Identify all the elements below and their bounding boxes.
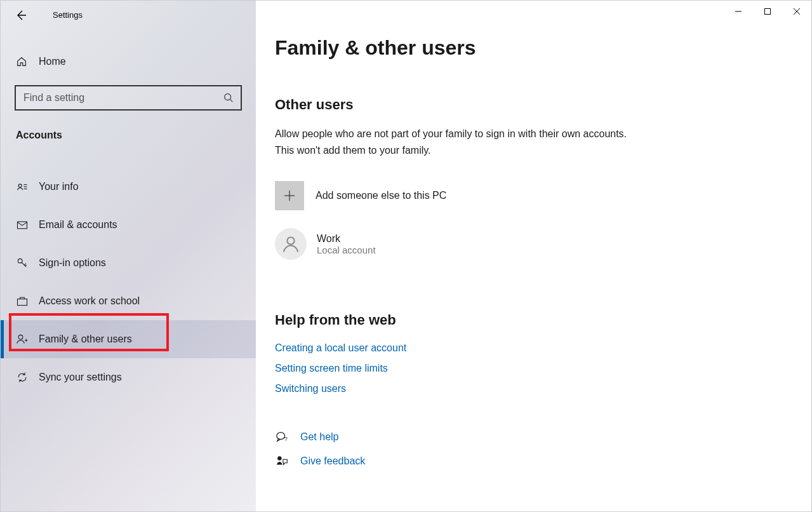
other-users-heading: Other users bbox=[275, 97, 688, 113]
plus-icon bbox=[275, 181, 304, 210]
help-link-create-local-account[interactable]: Creating a local user account bbox=[275, 342, 688, 354]
window-title: Settings bbox=[53, 10, 83, 20]
person-card-icon bbox=[16, 180, 39, 193]
home-icon bbox=[16, 56, 39, 67]
arrow-left-icon bbox=[15, 9, 27, 22]
sidebar-item-sign-in-options[interactable]: Sign-in options bbox=[1, 244, 256, 282]
svg-point-2 bbox=[18, 184, 22, 187]
sidebar-item-label: Family & other users bbox=[39, 333, 132, 345]
give-feedback-label: Give feedback bbox=[300, 455, 365, 467]
sidebar-item-sync-settings[interactable]: Sync your settings bbox=[1, 358, 256, 396]
sidebar-item-label: Sync your settings bbox=[39, 372, 122, 383]
search-input[interactable] bbox=[23, 92, 223, 104]
nav-list: Your info Email & accounts Sign-in optio… bbox=[1, 168, 256, 396]
titlebar: Settings bbox=[1, 1, 256, 29]
svg-point-9 bbox=[18, 335, 23, 339]
svg-line-1 bbox=[230, 100, 233, 102]
maximize-icon bbox=[764, 8, 771, 15]
svg-rect-8 bbox=[18, 299, 27, 306]
get-help-link[interactable]: ? Get help bbox=[275, 430, 688, 444]
sidebar-item-your-info[interactable]: Your info bbox=[1, 168, 256, 206]
help-link-screen-time[interactable]: Setting screen time limits bbox=[275, 363, 688, 374]
back-button[interactable] bbox=[15, 9, 27, 22]
close-icon bbox=[793, 8, 801, 15]
sidebar-section-label: Accounts bbox=[16, 130, 256, 141]
user-text: Work Local account bbox=[317, 233, 376, 255]
add-user-label: Add someone else to this PC bbox=[316, 190, 446, 201]
give-feedback-link[interactable]: Give feedback bbox=[275, 454, 688, 468]
svg-text:?: ? bbox=[284, 436, 288, 442]
add-user-button[interactable]: Add someone else to this PC bbox=[275, 181, 688, 210]
sidebar-item-access-work-school[interactable]: Access work or school bbox=[1, 282, 256, 320]
sync-icon bbox=[16, 371, 39, 384]
svg-point-16 bbox=[287, 238, 294, 245]
user-name: Work bbox=[317, 233, 376, 245]
minimize-icon bbox=[735, 8, 742, 15]
sidebar-item-label: Your info bbox=[39, 181, 79, 192]
sidebar: Settings Home Accounts Your info Email &… bbox=[1, 1, 256, 511]
key-icon bbox=[16, 257, 39, 269]
svg-point-19 bbox=[277, 456, 281, 460]
avatar bbox=[275, 228, 307, 260]
sidebar-item-label: Sign-in options bbox=[39, 257, 106, 269]
help-bubble-icon: ? bbox=[275, 430, 300, 444]
feedback-icon bbox=[275, 454, 300, 468]
home-nav[interactable]: Home bbox=[1, 50, 256, 74]
user-account-row[interactable]: Work Local account bbox=[275, 228, 688, 260]
search-icon bbox=[223, 92, 234, 104]
other-users-description: Allow people who are not part of your fa… bbox=[275, 126, 630, 158]
help-heading: Help from the web bbox=[275, 312, 688, 328]
svg-rect-11 bbox=[765, 9, 771, 15]
content: Family & other users Other users Allow p… bbox=[256, 1, 688, 468]
help-link-switching-users[interactable]: Switching users bbox=[275, 383, 688, 394]
mail-icon bbox=[16, 219, 39, 231]
user-sub: Local account bbox=[317, 245, 376, 255]
window-controls bbox=[724, 1, 811, 22]
person-icon bbox=[281, 234, 300, 253]
briefcase-icon bbox=[16, 295, 39, 307]
main-pane: Family & other users Other users Allow p… bbox=[256, 1, 811, 511]
sidebar-item-email-accounts[interactable]: Email & accounts bbox=[1, 206, 256, 244]
sidebar-item-family-other-users[interactable]: Family & other users bbox=[1, 320, 256, 358]
page-title: Family & other users bbox=[275, 36, 688, 60]
svg-point-17 bbox=[277, 433, 285, 440]
home-label: Home bbox=[39, 56, 66, 67]
svg-point-0 bbox=[225, 94, 231, 100]
sidebar-item-label: Access work or school bbox=[39, 295, 140, 307]
footer-actions: ? Get help Give feedback bbox=[275, 430, 688, 468]
svg-point-7 bbox=[18, 259, 22, 263]
minimize-button[interactable] bbox=[724, 1, 753, 22]
search-box[interactable] bbox=[15, 85, 242, 111]
maximize-button[interactable] bbox=[753, 1, 782, 22]
sidebar-item-label: Email & accounts bbox=[39, 219, 117, 231]
person-plus-icon bbox=[16, 333, 39, 346]
close-button[interactable] bbox=[782, 1, 811, 22]
get-help-label: Get help bbox=[300, 431, 338, 443]
